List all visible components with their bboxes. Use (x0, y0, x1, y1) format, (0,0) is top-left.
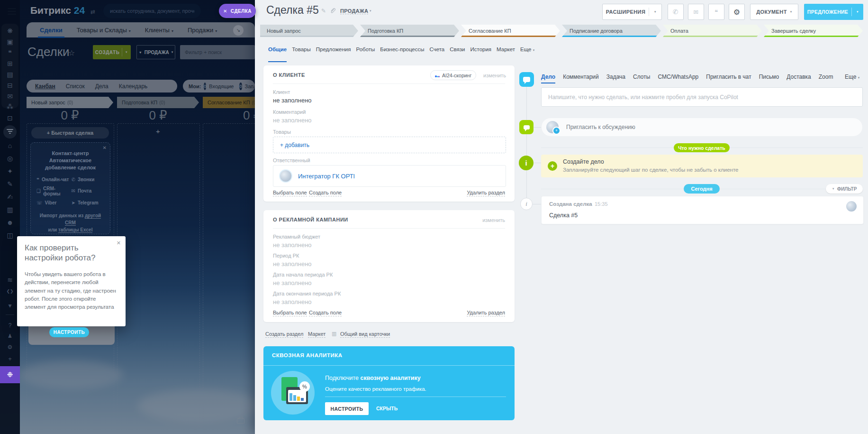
field-label: Рекламный бюджет (273, 234, 320, 240)
field-value[interactable]: не заполнено (273, 260, 312, 268)
globe-tile[interactable]: ❉ (0, 366, 20, 383)
avatar (846, 201, 857, 212)
stage-preparing-quote[interactable]: Подготовка КП (360, 25, 459, 37)
stage-new-request[interactable]: Новый запрос (260, 25, 358, 37)
tl-tab-task[interactable]: Задача (606, 74, 625, 80)
chevron-down-icon: ▾ (533, 48, 535, 52)
responsible-name-link[interactable]: Интегратор ГК ОРТl (298, 173, 355, 180)
tl-tab-letter[interactable]: Письмо (759, 74, 779, 80)
deal-tab-bizproc[interactable]: Бизнес-процессы (380, 46, 424, 59)
call-button[interactable]: ✆ (668, 4, 684, 20)
create-field-link[interactable]: Создать поле (309, 310, 342, 316)
tl-tab-activity[interactable]: Дело (541, 74, 555, 80)
create-todo-title: Создайте дело (563, 158, 604, 165)
chevron-down-icon: ▾ (370, 9, 371, 13)
field-value[interactable]: не заполнено (273, 279, 312, 286)
tl-tab-sms[interactable]: СМС/WhatsApp (658, 74, 698, 80)
chevron-down-icon: ▾ (852, 10, 863, 14)
analytics-banner: СКВОЗНАЯ АНАЛИТИКА % Подключите сквозную… (263, 346, 515, 420)
deal-tab-products[interactable]: Товары (292, 46, 311, 59)
timeline-event-card[interactable]: Создана сделка 15:35 Сделка #5 (541, 196, 864, 224)
avatar (279, 169, 292, 183)
field-value[interactable]: не заполнено (273, 97, 312, 104)
responsible-box: Интегратор ГК ОРТl (273, 165, 506, 187)
stage-payment[interactable]: Оплата (663, 25, 762, 37)
proposal-button[interactable]: ПРЕДЛОЖЕНИЕ ▾ (804, 4, 863, 20)
timeline-chat-icon[interactable] (519, 72, 534, 87)
deal-tab-market[interactable]: Маркет (497, 46, 515, 59)
select-field-link[interactable]: Выбрать поле (273, 310, 307, 316)
chat-button[interactable]: ❝ (708, 4, 724, 20)
products-label: Товары (273, 129, 291, 135)
deal-tab-robots[interactable]: Роботы (356, 46, 375, 59)
market-link[interactable]: Маркет (308, 331, 326, 338)
deal-tab-links[interactable]: Связи (450, 46, 465, 59)
banner-title: СКВОЗНАЯ АНАЛИТИКА (272, 352, 343, 358)
deal-tab-general[interactable]: Общие (268, 46, 287, 59)
event-time: 15:35 (595, 201, 608, 207)
stage-contract-signing[interactable]: Подписание договора (562, 25, 661, 37)
invite-discussion-row[interactable]: + Пригласить к обсуждению (541, 118, 863, 137)
tl-tab-invite-chat[interactable]: Пригласить в чат (706, 74, 751, 80)
chevron-down-icon: ▾ (790, 10, 792, 14)
create-section-link[interactable]: Создать раздел (265, 331, 303, 338)
banner-lead: Подключите сквозную аналитику (325, 375, 421, 381)
deal-tab-invoices[interactable]: Счета (430, 46, 445, 59)
add-product-box[interactable]: + добавить (273, 137, 506, 153)
mail-icon: ✉ (693, 9, 698, 16)
field-value[interactable]: не заполнено (273, 298, 312, 305)
create-field-link[interactable]: Создать поле (309, 190, 342, 196)
gear-icon: ⚙ (733, 8, 741, 17)
banner-hide-button[interactable]: СКРЫТЬ (376, 406, 398, 411)
funnel-icon: ▼ (832, 187, 835, 190)
deal-stage-bar: Новый запрос Подготовка КП Согласование … (260, 25, 863, 37)
banner-subtitle: Оцените качество рекламного трафика. (325, 386, 426, 392)
tl-tab-zoom[interactable]: Zoom (819, 74, 833, 80)
configure-robot-button[interactable]: НАСТРОИТЬ (49, 327, 89, 337)
deal-tab-history[interactable]: История (470, 46, 491, 59)
banner-configure-button[interactable]: НАСТРОИТЬ (325, 402, 369, 415)
close-icon[interactable]: ✕ (117, 240, 121, 246)
document-button[interactable]: ДОКУМЕНТ ▾ (750, 4, 798, 20)
deal-tab-more[interactable]: Еще ▾ (520, 46, 534, 59)
tl-tab-more[interactable]: Еще ▾ (845, 74, 859, 80)
chat-icon: ❝ (714, 9, 718, 16)
close-slider-button[interactable]: ✕ СДЕЛКА (219, 4, 256, 18)
paperclip-icon[interactable] (330, 7, 335, 16)
edit-title-icon[interactable]: ✎ (321, 8, 326, 14)
select-field-link[interactable]: Выбрать поле (273, 190, 307, 196)
phone-icon: ✆ (673, 8, 678, 16)
info-icon: i (519, 156, 533, 170)
settings-button[interactable]: ⚙ (729, 4, 745, 20)
tl-tab-delivery[interactable]: Доставка (787, 74, 811, 80)
todo-input[interactable] (542, 88, 862, 106)
deal-funnel-selector[interactable]: ПРОДАЖА (340, 8, 368, 14)
email-button[interactable]: ✉ (688, 4, 704, 20)
dim-overlay[interactable] (0, 0, 255, 434)
field-value[interactable]: не заполнено (273, 117, 312, 124)
ai-scoring-badge[interactable]: AI24-скоринг (430, 70, 476, 80)
delete-section-link[interactable]: Удалить раздел (467, 310, 505, 316)
stage-close-deal[interactable]: Завершить сделку (764, 25, 863, 37)
ai-icon (435, 73, 440, 78)
timeline-filter-button[interactable]: ▼ ФИЛЬТР (826, 184, 863, 194)
create-todo-card[interactable]: + Создайте дело Запланируйте следующий ш… (541, 155, 863, 177)
today-pill[interactable]: Сегодня (684, 184, 720, 194)
percent-icon: % (299, 381, 310, 392)
section-title: О РЕКЛАМНОЙ КАМПАНИИ (273, 217, 348, 222)
edit-section-link[interactable]: изменить (482, 217, 505, 223)
event-info-icon: i (520, 198, 533, 210)
delete-section-link[interactable]: Удалить раздел (467, 190, 505, 196)
about-client-card: О КЛИЕНТЕ AI24-скоринг изменить Клиент н… (263, 65, 515, 202)
tl-tab-slots[interactable]: Слоты (633, 74, 650, 80)
extensions-button[interactable]: РАСШИРЕНИЯ ▾ (602, 4, 662, 20)
deal-tab-quotes[interactable]: Предложения (316, 46, 351, 59)
tooltip-body: Чтобы увидеть вашего робота в действии, … (25, 270, 118, 311)
card-view-link[interactable]: Общий вид карточки (340, 331, 390, 338)
stage-quote-approval[interactable]: Согласование КП (461, 25, 560, 37)
avatar: + (546, 121, 559, 133)
field-value[interactable]: не заполнено (273, 241, 312, 249)
edit-section-link[interactable]: изменить (483, 73, 506, 78)
analytics-illustration: % (271, 371, 315, 415)
tl-tab-comment[interactable]: Комментарий (563, 74, 599, 80)
